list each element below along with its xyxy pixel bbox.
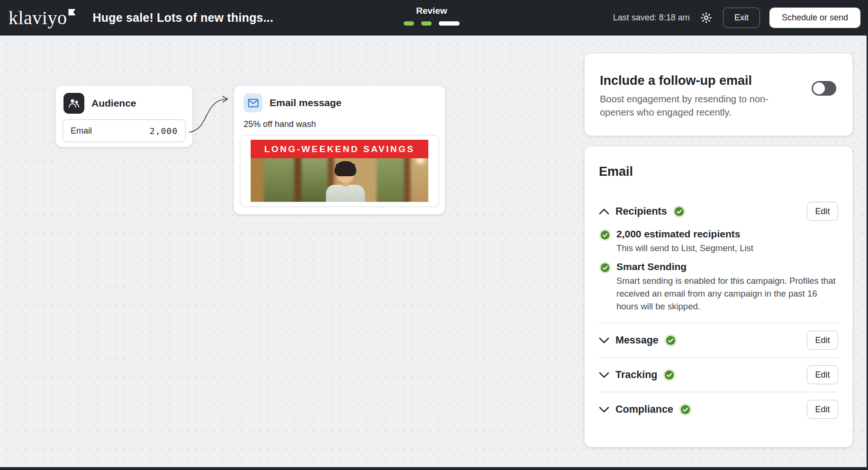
check-badge-icon bbox=[679, 403, 692, 416]
section-label: Recipients bbox=[615, 206, 667, 217]
audience-node-card[interactable]: Audience Email 2,000 bbox=[55, 85, 193, 147]
canvas-corner bbox=[0, 464, 9, 467]
campaign-canvas: Audience Email 2,000 Email message 25% o… bbox=[0, 36, 867, 467]
section-label: Compliance bbox=[615, 404, 673, 416]
email-node-header: Email message bbox=[244, 93, 435, 112]
edit-compliance-button[interactable]: Edit bbox=[807, 400, 838, 419]
email-envelope-icon bbox=[244, 93, 262, 112]
audience-email-channel-row[interactable]: Email 2,000 bbox=[63, 119, 186, 142]
photo-person bbox=[323, 161, 368, 202]
edit-tracking-button[interactable]: Edit bbox=[807, 365, 838, 384]
chevron-down-icon[interactable] bbox=[599, 337, 609, 343]
step-indicator: Review bbox=[397, 6, 466, 26]
panel-heading: Email bbox=[599, 164, 838, 179]
check-badge-icon bbox=[663, 369, 676, 381]
followup-email-card: Include a follow-up email Boost engageme… bbox=[584, 53, 853, 136]
email-review-panel: Email Recipients Edit 2,000 estimated re… bbox=[584, 146, 853, 447]
detail-item-smart-sending: Smart Sending Smart sending is enabled f… bbox=[599, 261, 838, 313]
check-badge-icon bbox=[664, 334, 677, 347]
exit-button[interactable]: Exit bbox=[723, 8, 760, 28]
toggle-knob bbox=[813, 82, 825, 94]
topbar: klaviyo Huge sale! Lots of new things...… bbox=[0, 0, 868, 36]
detail-item-estimated-recipients: 2,000 estimated recipients This will sen… bbox=[599, 228, 838, 254]
recipients-details: 2,000 estimated recipients This will sen… bbox=[599, 228, 838, 313]
edit-message-button[interactable]: Edit bbox=[807, 331, 838, 350]
section-label: Tracking bbox=[615, 369, 657, 381]
check-circle-icon bbox=[599, 262, 611, 313]
section-label: Message bbox=[615, 334, 659, 346]
check-badge-icon bbox=[673, 205, 686, 218]
estimated-recipients-title: 2,000 estimated recipients bbox=[616, 228, 753, 240]
chevron-down-icon[interactable] bbox=[599, 372, 609, 378]
section-row-recipients[interactable]: Recipients Edit bbox=[599, 201, 838, 222]
smart-sending-title: Smart Sending bbox=[616, 261, 838, 272]
edit-recipients-button[interactable]: Edit bbox=[807, 202, 838, 221]
chevron-up-icon[interactable] bbox=[599, 208, 609, 215]
section-row-tracking[interactable]: Tracking Edit bbox=[599, 358, 838, 392]
section-row-compliance[interactable]: Compliance Edit bbox=[599, 392, 838, 426]
step-label: Review bbox=[397, 6, 466, 16]
channel-recipient-count: 2,000 bbox=[150, 126, 178, 136]
email-subject-line: 25% off hand wash bbox=[244, 119, 435, 129]
schedule-or-send-button[interactable]: Schedule or send bbox=[769, 8, 860, 28]
klaviyo-logo[interactable]: klaviyo bbox=[9, 7, 75, 29]
step-pill-current bbox=[439, 21, 460, 26]
email-preview-banner: LONG-WEEKEND SAVINGS bbox=[251, 140, 428, 158]
check-circle-icon bbox=[599, 229, 611, 254]
estimated-recipients-description: This will send to List, Segment, List bbox=[616, 242, 753, 254]
smart-sending-description: Smart sending is enabled for this campai… bbox=[616, 274, 838, 313]
audience-node-title: Audience bbox=[91, 98, 136, 109]
klaviyo-flag-icon bbox=[68, 9, 75, 16]
topbar-actions: Last saved: 8:18 am Exit Schedule or sen… bbox=[613, 8, 860, 28]
section-row-message[interactable]: Message Edit bbox=[599, 323, 838, 357]
followup-title: Include a follow-up email bbox=[600, 73, 837, 88]
step-progress-pills bbox=[397, 21, 466, 26]
followup-description: Boost engagement by resending to non-ope… bbox=[600, 92, 788, 119]
campaign-title: Huge sale! Lots of new things... bbox=[92, 11, 273, 25]
gear-icon[interactable] bbox=[699, 11, 714, 25]
last-saved-text: Last saved: 8:18 am bbox=[613, 13, 690, 23]
email-node-title: Email message bbox=[270, 97, 342, 108]
email-preview-photo bbox=[251, 158, 428, 202]
email-message-node-card[interactable]: Email message 25% off hand wash LONG-WEE… bbox=[234, 85, 445, 215]
step-pill-done bbox=[404, 21, 414, 26]
email-preview-thumbnail[interactable]: LONG-WEEKEND SAVINGS bbox=[240, 135, 439, 207]
audience-people-icon bbox=[63, 93, 84, 114]
klaviyo-logo-text: klaviyo bbox=[9, 7, 67, 29]
step-pill-done bbox=[421, 21, 432, 26]
channel-label: Email bbox=[71, 126, 92, 136]
followup-toggle[interactable] bbox=[812, 81, 836, 96]
chevron-down-icon[interactable] bbox=[599, 407, 609, 413]
connector-arrow bbox=[188, 95, 235, 138]
audience-node-header: Audience bbox=[63, 93, 186, 114]
